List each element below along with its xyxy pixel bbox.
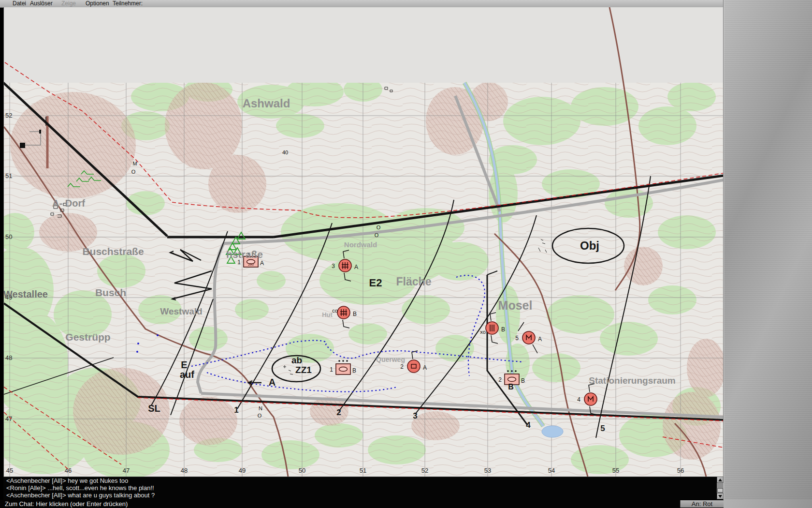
svg-text:B: B — [501, 326, 505, 333]
scroll-down-icon[interactable] — [717, 493, 724, 499]
scroll-up-icon[interactable] — [717, 477, 724, 483]
place-label: Gestrüpp — [65, 331, 110, 343]
unexplored-area — [4, 7, 724, 83]
tactical-label: 4 — [526, 420, 531, 430]
svg-text:46: 46 — [65, 467, 72, 474]
chat-log[interactable]: <Aschenbecher [All]> hey we got Nukes to… — [3, 477, 717, 500]
small-label: O — [131, 169, 136, 175]
small-label: O — [258, 413, 262, 418]
svg-text:56: 56 — [677, 467, 684, 474]
svg-text:51: 51 — [360, 467, 366, 474]
chat-message: <Ronin [Alle]> ...hell, scott...even he … — [3, 484, 717, 492]
tactical-label: SL — [148, 403, 160, 414]
svg-text:53: 53 — [484, 467, 491, 474]
tactical-label: ab — [291, 355, 302, 365]
place-label: Querweg — [376, 356, 405, 363]
svg-text:50: 50 — [5, 233, 12, 240]
pond — [542, 426, 563, 437]
application-window: DateiAuslöserZeigeOptionenTeilnehmer: — [0, 0, 812, 508]
menu-item-datei[interactable]: Datei — [13, 0, 26, 7]
svg-text:48: 48 — [181, 467, 188, 474]
tactical-label: B — [508, 383, 514, 391]
place-label: hstraße — [226, 249, 263, 260]
svg-text:A: A — [423, 364, 427, 371]
svg-text:54: 54 — [548, 467, 555, 474]
place-label: Fläche — [396, 275, 432, 288]
tactical-label: E2 — [369, 277, 382, 289]
tactical-label: A — [269, 377, 276, 388]
svg-text:3: 3 — [332, 263, 335, 269]
chat-message: <Aschenbecher [All]> hey we got Nukes to… — [3, 477, 717, 484]
svg-text:52: 52 — [5, 112, 12, 119]
svg-text:2: 2 — [400, 363, 404, 370]
place-label: Westwald — [160, 306, 202, 316]
chat-message: <Aschenbecher [All]> what are u guys tal… — [3, 492, 717, 499]
svg-text:B: B — [353, 311, 357, 317]
chat-prompt[interactable]: Zum Chat: Hier klicken (oder Enter drück… — [5, 500, 128, 508]
tactical-label: ZZ1 — [295, 365, 312, 375]
place-label: Westallee — [4, 289, 48, 299]
small-label: O — [375, 232, 379, 238]
tactical-label: 1 — [234, 405, 238, 415]
menu-item-auslser[interactable]: Auslöser — [30, 0, 53, 7]
corner-panel — [724, 499, 812, 508]
place-label: A- Dorf — [52, 198, 85, 209]
svg-text:50: 50 — [299, 467, 305, 474]
place-label: Nordwald — [344, 240, 377, 249]
svg-text:A: A — [260, 260, 264, 267]
tactical-label: 5 — [600, 424, 605, 433]
map-canvas[interactable]: 454647484950515253545556525150494847 — [3, 7, 724, 477]
svg-text:52: 52 — [421, 467, 428, 474]
svg-text:4: 4 — [577, 396, 580, 403]
svg-text:5: 5 — [515, 335, 519, 342]
svg-text:B: B — [352, 367, 356, 374]
chat-scrollbar[interactable] — [717, 477, 724, 499]
svg-text:A: A — [538, 336, 542, 343]
svg-text:1: 1 — [330, 366, 333, 373]
tactical-label: E — [181, 359, 187, 370]
small-label: N — [259, 405, 262, 411]
svg-text:49: 49 — [239, 467, 246, 474]
place-label: Hut — [322, 311, 333, 318]
place-label: Busch — [95, 287, 126, 298]
small-label: xo — [480, 329, 486, 335]
tactical-map[interactable]: 454647484950515253545556525150494847 — [4, 7, 724, 477]
scrollbar-thumb[interactable] — [717, 488, 723, 493]
status-bar: Zum Chat: Hier klicken (oder Enter drück… — [0, 500, 724, 508]
menu-bar: DateiAuslöserZeigeOptionenTeilnehmer: — [0, 0, 812, 8]
small-label: co — [332, 308, 338, 314]
svg-text:48: 48 — [5, 354, 12, 361]
svg-text:B: B — [521, 377, 525, 384]
svg-text:45: 45 — [6, 467, 13, 474]
tactical-label: 3 — [413, 411, 417, 420]
svg-text:51: 51 — [5, 172, 12, 179]
menu-item-teilnehmer[interactable]: Teilnehmer: — [113, 0, 143, 7]
place-label: Ashwald — [243, 97, 290, 110]
svg-text:55: 55 — [612, 467, 619, 474]
small-label: O — [377, 224, 381, 230]
small-label: 40 — [282, 149, 288, 155]
svg-text:47: 47 — [123, 467, 130, 474]
svg-text:2: 2 — [498, 376, 502, 383]
place-label: Mosel — [498, 299, 533, 312]
tactical-label: Obj — [580, 239, 599, 252]
small-label: M — [132, 161, 137, 166]
place-label: Buschstraße — [82, 246, 144, 257]
chat-recipient-button[interactable]: An: Rot — [680, 500, 724, 508]
menu-item-optionen[interactable]: Optionen — [86, 0, 109, 7]
tactical-label: auf — [180, 369, 194, 380]
svg-text:1: 1 — [237, 259, 241, 266]
place-label: Stationierungsraum — [589, 375, 675, 386]
control-sidebar: Bereit Ende Kartentyp GeländeSichtMeldun… — [723, 0, 812, 508]
tactical-label: 2 — [336, 408, 341, 417]
svg-text:200: 200 — [248, 263, 254, 266]
svg-text:A: A — [354, 264, 358, 270]
menu-item-zeige: Zeige — [61, 0, 76, 7]
